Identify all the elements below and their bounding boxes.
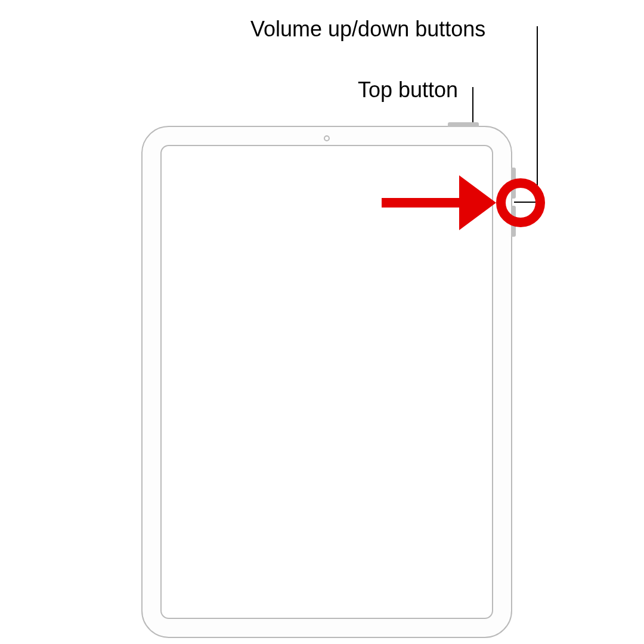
- arrow-shaft: [382, 198, 471, 208]
- label-volume-buttons: Volume up/down buttons: [250, 17, 485, 42]
- label-top-button: Top button: [358, 78, 458, 103]
- top-button-icon: [448, 122, 479, 127]
- arrow-icon: [382, 175, 501, 229]
- highlight-circle-icon: [496, 178, 545, 227]
- diagram-canvas: Volume up/down buttons Top button: [0, 0, 644, 644]
- arrow-head: [459, 175, 496, 230]
- front-camera-icon: [324, 135, 330, 141]
- leader-line-top-button: [472, 87, 473, 123]
- leader-line-volume-vertical: [537, 26, 538, 203]
